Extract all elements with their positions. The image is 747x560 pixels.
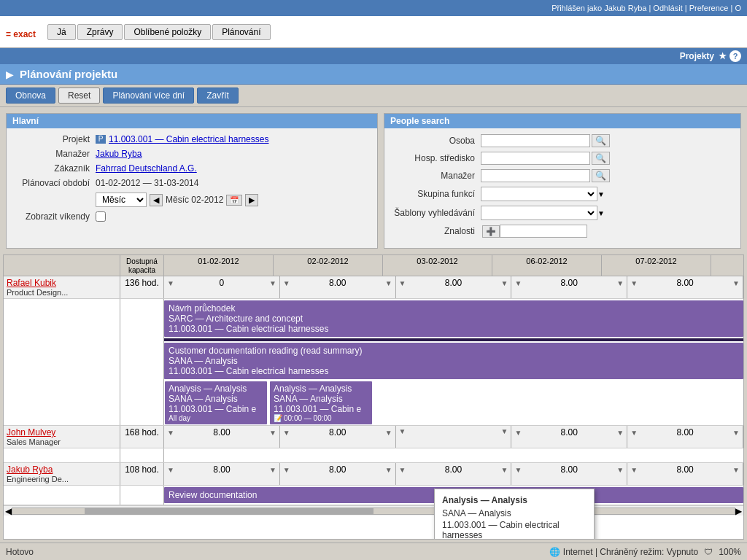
gantt-resource-header [4, 255, 120, 276]
jakub-arrow-r1[interactable]: ▼ [269, 466, 276, 474]
manazer-search-input[interactable] [481, 169, 590, 182]
date-col-4: 06-02-2012 [492, 255, 602, 276]
gantt-scroll-track[interactable] [12, 508, 735, 515]
skupina-select[interactable] [481, 187, 597, 201]
scroll-left-arrow[interactable]: ◀ [5, 506, 12, 516]
jakub-arrow-l4[interactable]: ▼ [514, 466, 522, 474]
cell-arrow-r4[interactable]: ▼ [616, 279, 624, 287]
skupina-arrow: ▼ [597, 190, 605, 198]
jakub-cell-5-value: 8.00 [676, 464, 693, 475]
period-next-btn[interactable]: ▶ [245, 194, 258, 206]
john-name[interactable]: John Mulvey [7, 427, 117, 438]
vikendy-row: Zobrazit víkendy [15, 211, 368, 222]
sablony-arrow: ▼ [597, 209, 605, 217]
john-arrow-r5[interactable]: ▼ [732, 429, 740, 437]
help-icon[interactable]: ? [729, 50, 741, 62]
cell-arrow-right-2[interactable]: ▼ [385, 279, 392, 287]
jakub-cell-1-value: 8.00 [213, 464, 230, 475]
john-arrow-r4[interactable]: ▼ [616, 429, 624, 437]
osoba-search-btn[interactable]: 🔍 [592, 134, 610, 147]
sablony-select[interactable] [481, 206, 597, 220]
planovani-vice-dnu-button[interactable]: Plánování více dní [103, 88, 194, 104]
john-arrow-r1[interactable]: ▼ [269, 429, 276, 437]
planovaci-obdobi-row: Plánovací období 01-02-2012 — 31-03-2014 [15, 178, 368, 188]
cell-arrow-left[interactable]: ▼ [167, 279, 174, 287]
john-arrow-l3[interactable]: ▼ [399, 427, 406, 435]
gantt-scroll-thumb[interactable] [85, 508, 374, 514]
task-separator [164, 338, 743, 341]
panels-row: Hlavní Projekt P 11.003.001 — Cabin elec… [0, 107, 747, 254]
jakub-arrow-l2[interactable]: ▼ [283, 466, 290, 474]
obnova-button[interactable]: Obnova [6, 88, 55, 104]
task-customer[interactable]: Customer documentation reading (read sum… [164, 343, 743, 379]
status-globe: 🌐 Internet | Chráněný režim: Vypnuto [549, 547, 698, 557]
jakub-arrow-l5[interactable]: ▼ [630, 466, 638, 474]
small-task-1[interactable]: Analysis — Analysis SANA — Analysis 11.0… [165, 381, 267, 424]
cell-arrow-r5[interactable]: ▼ [732, 279, 740, 287]
small-task-2[interactable]: Analysis — Analysis SANA — Analysis 11.0… [270, 381, 372, 424]
cell-arrow-left-2[interactable]: ▼ [283, 279, 290, 287]
expand-icon[interactable]: ▶ [6, 69, 14, 80]
nav-ja[interactable]: Já [47, 24, 76, 40]
sablony-row: Šablony vyhledávání ▼ [393, 206, 732, 220]
date-col-6: 08-0 [711, 255, 743, 276]
cell-arrow-l5[interactable]: ▼ [630, 279, 638, 287]
globe-text: Internet | Chráněný režim: Vypnuto [563, 547, 698, 557]
jakub-arrow-r3[interactable]: ▼ [500, 466, 508, 474]
jakub-arrow-l1[interactable]: ▼ [167, 466, 174, 474]
rafael-name[interactable]: Rafael Kubik [7, 278, 117, 288]
reset-button[interactable]: Reset [58, 88, 100, 104]
rafael-cells: ▼ 0 ▼ ▼ 8.00 ▼ ▼ [164, 276, 743, 298]
content-area: Hlavní Projekt P 11.003.001 — Cabin elec… [0, 107, 747, 542]
hosp-search-btn[interactable]: 🔍 [592, 152, 610, 165]
john-arrow-l5[interactable]: ▼ [630, 429, 638, 437]
znalosti-label: Znalosti [393, 226, 481, 236]
jakub-arrow-r5[interactable]: ▼ [732, 466, 740, 474]
cell-arrow-l3[interactable]: ▼ [399, 279, 406, 287]
logo: = exact [6, 23, 36, 42]
period-select[interactable]: Měsíc [96, 192, 147, 207]
toolbar: Obnova Reset Plánování více dní Zavřít [0, 85, 747, 107]
jakub-name[interactable]: Jakub Ryba [7, 464, 117, 475]
jakub-cells: ▼ 8.00 ▼ ▼ 8.00 ▼ ▼ [164, 463, 743, 485]
nav-planovani[interactable]: Plánování [212, 24, 270, 40]
gantt-row-rafael: Rafael Kubik Product Design... 136 hod. … [4, 276, 743, 299]
task-navrh[interactable]: Návrh průchodek SARC — Architecture and … [164, 300, 743, 337]
john-arrow-r2[interactable]: ▼ [385, 429, 392, 437]
cell-arrow-r3[interactable]: ▼ [500, 279, 508, 287]
rafael-cell-1-value: 0 [220, 278, 225, 288]
znalosti-add-btn[interactable]: ➕ [482, 225, 500, 238]
period-prev-btn[interactable]: ◀ [150, 194, 163, 206]
zakaznik-value[interactable]: Fahrrad Deutschland A.G. [96, 163, 197, 174]
cell-arrow-right[interactable]: ▼ [269, 279, 276, 287]
left-panel: Hlavní Projekt P 11.003.001 — Cabin elec… [6, 113, 378, 249]
znalosti-input[interactable] [500, 225, 587, 238]
rafael-cell-3-val: ▼ 8.00 ▼ [399, 278, 508, 288]
vikendy-checkbox[interactable] [96, 211, 106, 222]
nav-oblibene[interactable]: Oblíbené položky [124, 24, 211, 40]
star-icon[interactable]: ★ [719, 51, 727, 61]
zavrrit-button[interactable]: Zavřít [197, 88, 239, 104]
small-task-2-line1: Analysis — Analysis [274, 384, 368, 394]
manazer-search-btn[interactable]: 🔍 [592, 169, 610, 182]
rafael-task-area: Návrh průchodek SARC — Architecture and … [164, 299, 743, 425]
hosp-input[interactable] [481, 152, 590, 165]
scroll-right-arrow[interactable]: ▶ [735, 506, 742, 516]
jakub-task-empty [4, 486, 120, 505]
hosp-row: Hosp. středisko 🔍 [393, 152, 732, 165]
cell-arrow-l4[interactable]: ▼ [514, 279, 522, 287]
osoba-input[interactable] [481, 134, 590, 147]
john-arrow-l1[interactable]: ▼ [167, 429, 174, 437]
john-arrow-l2[interactable]: ▼ [283, 429, 290, 437]
gantt-scrollbar[interactable]: ◀ ▶ [4, 505, 743, 516]
projekt-value[interactable]: 11.003.001 — Cabin electrical harnesses [109, 134, 268, 144]
nav-zpravy[interactable]: Zprávy [77, 24, 123, 40]
john-arrow-r3[interactable]: ▼ [500, 427, 508, 435]
manazer-value[interactable]: Jakub Ryba [96, 149, 142, 159]
jakub-arrow-r4[interactable]: ▼ [616, 466, 624, 474]
jakub-arrow-r2[interactable]: ▼ [385, 466, 392, 474]
jakub-arrow-l3[interactable]: ▼ [399, 466, 406, 474]
period-cal-btn[interactable]: 📅 [226, 195, 242, 206]
john-arrow-l4[interactable]: ▼ [514, 429, 522, 437]
small-task-1-line2: SANA — Analysis [169, 394, 263, 404]
